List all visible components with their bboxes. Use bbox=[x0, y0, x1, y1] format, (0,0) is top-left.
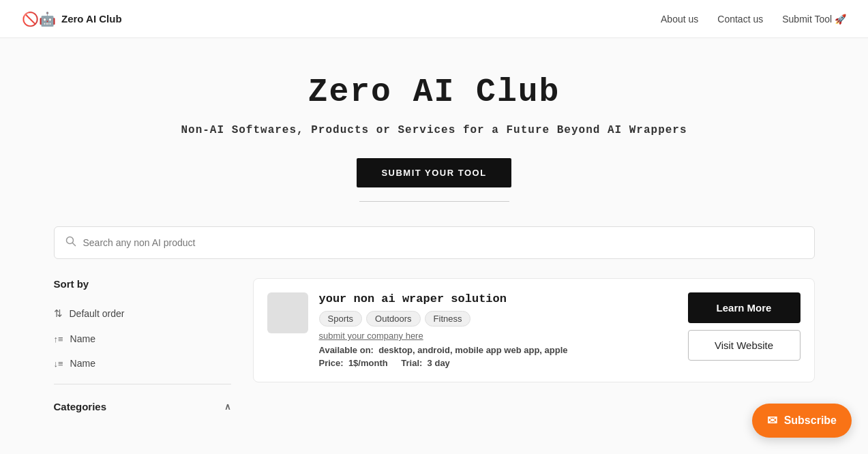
listing-price: Price: 1$/month Trial: 3 day bbox=[319, 358, 677, 368]
hero-title: Zero AI Club bbox=[22, 74, 846, 110]
sort-default-option[interactable]: ⇅ Default order bbox=[54, 301, 231, 327]
sort-name-asc-icon: ↑≡ bbox=[54, 334, 63, 344]
nav-links: About us Contact us Submit Tool 🚀 bbox=[661, 14, 846, 25]
listing-actions: Learn More Visit Website bbox=[688, 292, 800, 361]
listing-tags: Sports Outdoors Fitness bbox=[319, 311, 677, 327]
two-col-layout: Sort by ⇅ Default order ↑≡ Name ↓≡ Name … bbox=[54, 278, 815, 421]
listings-area: your non ai wraper solution Sports Outdo… bbox=[253, 278, 815, 393]
trial-value: 3 day bbox=[428, 358, 450, 368]
sort-name-asc-option[interactable]: ↑≡ Name bbox=[54, 327, 231, 351]
search-input[interactable] bbox=[83, 237, 803, 248]
subscribe-label: Subscribe bbox=[784, 414, 837, 427]
subscribe-widget[interactable]: ✉ Subscribe bbox=[752, 404, 852, 438]
trial-label: Trial: bbox=[401, 358, 422, 368]
sort-default-label: Default order bbox=[70, 308, 125, 319]
available-label: Available on: bbox=[319, 345, 374, 355]
visit-website-button[interactable]: Visit Website bbox=[688, 330, 800, 361]
price-label: Price: bbox=[319, 358, 344, 368]
sort-default-icon: ⇅ bbox=[54, 307, 63, 320]
contact-us-link[interactable]: Contact us bbox=[717, 14, 763, 25]
listing-thumbnail bbox=[267, 292, 308, 333]
sort-name-desc-icon: ↓≡ bbox=[54, 359, 63, 369]
sort-name-desc-label: Name bbox=[70, 358, 95, 369]
main-content: Sort by ⇅ Default order ↑≡ Name ↓≡ Name … bbox=[32, 226, 837, 421]
learn-more-button[interactable]: Learn More bbox=[688, 292, 800, 323]
trial-info: Trial: 3 day bbox=[401, 358, 450, 368]
hero-divider bbox=[359, 201, 509, 202]
chevron-up-icon: ∧ bbox=[224, 402, 231, 412]
about-us-link[interactable]: About us bbox=[661, 14, 698, 25]
listing-available: Available on: desktop, android, mobile a… bbox=[319, 345, 677, 355]
svg-line-1 bbox=[72, 243, 75, 246]
listing-card: your non ai wraper solution Sports Outdo… bbox=[253, 278, 815, 382]
hero-section: Zero AI Club Non-AI Softwares, Products … bbox=[0, 38, 868, 226]
company-link[interactable]: submit your company here bbox=[319, 331, 677, 341]
navbar: 🚫🤖 Zero AI Club About us Contact us Subm… bbox=[0, 0, 868, 38]
sort-name-desc-option[interactable]: ↓≡ Name bbox=[54, 351, 231, 376]
brand-icon: 🚫🤖 bbox=[22, 11, 56, 27]
submit-tool-button[interactable]: SUBMIT YOUR TOOL bbox=[357, 158, 511, 187]
listing-info: your non ai wraper solution Sports Outdo… bbox=[319, 292, 677, 368]
sidebar: Sort by ⇅ Default order ↑≡ Name ↓≡ Name … bbox=[54, 278, 231, 421]
sort-name-asc-label: Name bbox=[70, 333, 95, 344]
sidebar-divider bbox=[54, 384, 231, 384]
tag-sports[interactable]: Sports bbox=[319, 311, 363, 327]
categories-label: Categories bbox=[54, 401, 107, 412]
brand-name: Zero AI Club bbox=[61, 13, 122, 25]
brand-logo[interactable]: 🚫🤖 Zero AI Club bbox=[22, 11, 122, 27]
search-icon bbox=[65, 236, 76, 249]
available-platforms: desktop, android, mobile app web app, ap… bbox=[378, 345, 567, 355]
hero-subtitle: Non-AI Softwares, Products or Services f… bbox=[22, 124, 846, 136]
sort-by-label: Sort by bbox=[54, 278, 231, 290]
categories-row[interactable]: Categories ∧ bbox=[54, 393, 231, 421]
listing-name: your non ai wraper solution bbox=[319, 292, 677, 305]
submit-tool-nav-link[interactable]: Submit Tool 🚀 bbox=[782, 14, 846, 25]
price-value: 1$/month bbox=[348, 358, 388, 368]
tag-outdoors[interactable]: Outdoors bbox=[366, 311, 420, 327]
search-bar bbox=[54, 226, 815, 259]
tag-fitness[interactable]: Fitness bbox=[425, 311, 471, 327]
subscribe-icon: ✉ bbox=[767, 413, 777, 428]
